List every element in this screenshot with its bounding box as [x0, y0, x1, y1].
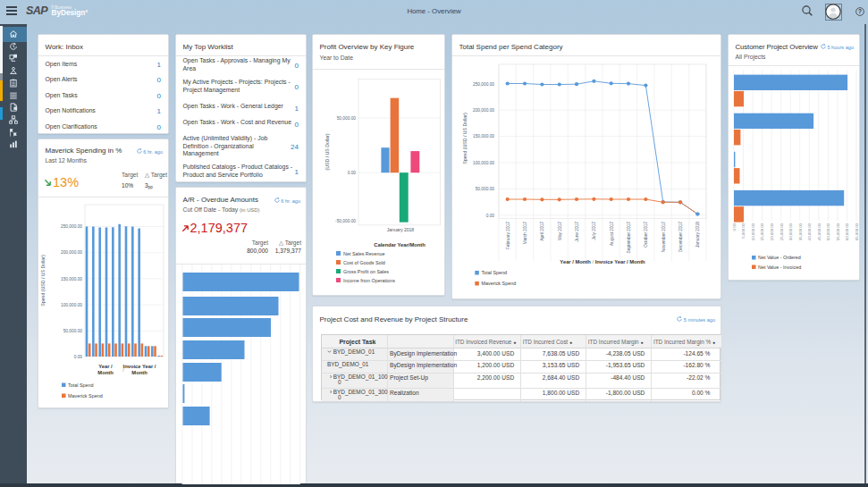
svg-text:Month: Month [131, 370, 147, 375]
svg-text:Net Value - Invoiced: Net Value - Invoiced [758, 264, 801, 270]
svg-text:45,000.00: 45,000.00 [817, 223, 822, 240]
svg-text:35,000.00: 35,000.00 [798, 223, 803, 240]
svg-text:Maverick Spend: Maverick Spend [68, 393, 103, 399]
svg-text:Cost of Goods Sold: Cost of Goods Sold [343, 260, 385, 265]
svg-text:May 2017: May 2017 [558, 222, 562, 240]
svg-text:50,000.00: 50,000.00 [337, 116, 357, 121]
svg-text:Year /: Year / [98, 364, 113, 369]
svg-text:Month: Month [97, 370, 114, 375]
svg-text:Total Spend: Total Spend [68, 382, 93, 388]
svg-text:Calendar Year/Month: Calendar Year/Month [374, 242, 426, 248]
svg-text:25,000.00: 25,000.00 [780, 223, 784, 240]
svg-text:0.00: 0.00 [732, 223, 737, 231]
svg-text:20,000.00: 20,000.00 [770, 223, 774, 240]
svg-text:September 2017: September 2017 [627, 222, 631, 254]
svg-text:10,000.00: 10,000.00 [751, 223, 755, 240]
svg-text:April 2017: April 2017 [540, 222, 544, 241]
svg-text:Spend (USD / US Dollar): Spend (USD / US Dollar) [40, 255, 46, 306]
svg-text:50,000.00: 50,000.00 [63, 329, 83, 333]
svg-text:November 2017: November 2017 [662, 222, 666, 252]
svg-text:Net Value - Ordered: Net Value - Ordered [758, 255, 801, 260]
svg-text:-50,000.00: -50,000.00 [335, 219, 356, 223]
svg-text:August 2017: August 2017 [610, 222, 614, 246]
svg-text:50,000.00: 50,000.00 [476, 187, 495, 191]
svg-text:150,000.00: 150,000.00 [61, 277, 82, 281]
svg-text:Year / Month / Invoice Year /: Year / Month / Invoice Year / Month [560, 259, 645, 264]
svg-text:December 2017: December 2017 [678, 222, 683, 252]
svg-text:January 2018: January 2018 [387, 227, 415, 232]
svg-text:30,000.00: 30,000.00 [788, 223, 793, 240]
svg-text:55,000.00: 55,000.00 [836, 223, 840, 240]
svg-text:Gross Profit on Sales: Gross Profit on Sales [343, 269, 389, 274]
svg-text:60,000.00: 60,000.00 [845, 223, 849, 240]
svg-text:0.00: 0.00 [348, 171, 357, 175]
svg-text:100,000.00: 100,000.00 [473, 161, 494, 165]
svg-text:150,000.00: 150,000.00 [473, 134, 494, 139]
svg-text:Maverick Spend: Maverick Spend [482, 281, 517, 286]
svg-text:40,000.00: 40,000.00 [807, 223, 812, 240]
svg-text:0.00: 0.00 [486, 214, 495, 218]
svg-text:65,000.00: 65,000.00 [855, 223, 859, 240]
svg-text:250,000.00: 250,000.00 [61, 224, 82, 229]
svg-text:Invoice Year /: Invoice Year / [123, 364, 156, 369]
svg-text:200,000.00: 200,000.00 [473, 108, 494, 113]
svg-text:March 2017: March 2017 [523, 222, 527, 245]
svg-text:Spend (USD / US Dollar): Spend (USD / US Dollar) [462, 113, 468, 164]
svg-text:100,000.00: 100,000.00 [61, 303, 82, 307]
svg-text:Income from Operations: Income from Operations [343, 278, 395, 283]
svg-text:0.00: 0.00 [74, 355, 83, 359]
svg-text:15,000.00: 15,000.00 [760, 223, 764, 240]
svg-text:250,000.00: 250,000.00 [473, 82, 494, 87]
svg-text:June 2017: June 2017 [575, 222, 579, 242]
svg-text:5,000.00: 5,000.00 [741, 223, 746, 238]
svg-text:January 2018: January 2018 [695, 222, 700, 248]
svg-text:(USD / US Dollar): (USD / US Dollar) [324, 133, 330, 170]
svg-text:Total Spend: Total Spend [482, 270, 507, 275]
svg-text:February 2017: February 2017 [506, 222, 510, 250]
svg-text:?: ? [858, 8, 862, 14]
svg-text:Net Sales Revenue: Net Sales Revenue [343, 251, 384, 256]
svg-text:200,000.00: 200,000.00 [61, 250, 82, 255]
svg-text:50,000.00: 50,000.00 [826, 223, 830, 240]
svg-text:July 2017: July 2017 [592, 222, 596, 240]
svg-text:October 2017: October 2017 [644, 222, 648, 248]
